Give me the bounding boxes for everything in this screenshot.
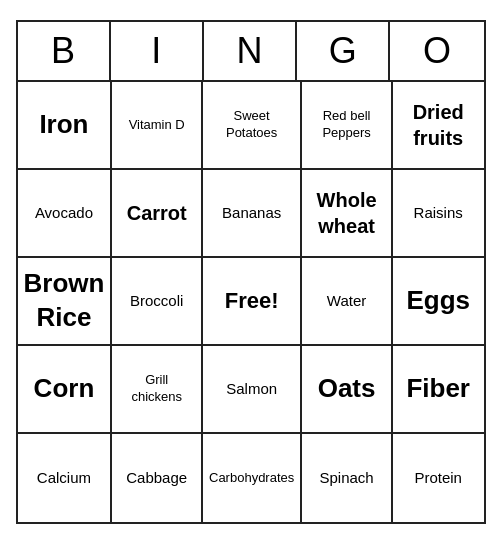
bingo-cell: Carbohydrates <box>203 434 302 522</box>
bingo-cell: Iron <box>18 82 113 170</box>
bingo-cell: Avocado <box>18 170 113 258</box>
header-letter: B <box>18 22 111 80</box>
bingo-cell: Fiber <box>393 346 484 434</box>
header-letter: O <box>390 22 483 80</box>
bingo-grid: IronVitamin DSweet PotatoesRed bell Pepp… <box>18 82 484 522</box>
bingo-cell: Protein <box>393 434 484 522</box>
bingo-cell: Vitamin D <box>112 82 203 170</box>
bingo-cell: Dried fruits <box>393 82 484 170</box>
bingo-cell: Bananas <box>203 170 302 258</box>
bingo-cell: Brown Rice <box>18 258 113 346</box>
bingo-cell: Calcium <box>18 434 113 522</box>
bingo-cell: Free! <box>203 258 302 346</box>
bingo-cell: Cabbage <box>112 434 203 522</box>
bingo-cell: Broccoli <box>112 258 203 346</box>
bingo-cell: Raisins <box>393 170 484 258</box>
bingo-cell: Grill chickens <box>112 346 203 434</box>
bingo-cell: Red bell Peppers <box>302 82 393 170</box>
header-letter: N <box>204 22 297 80</box>
bingo-cell: Sweet Potatoes <box>203 82 302 170</box>
bingo-card: BINGO IronVitamin DSweet PotatoesRed bel… <box>16 20 486 524</box>
bingo-cell: Water <box>302 258 393 346</box>
bingo-header: BINGO <box>18 22 484 82</box>
bingo-cell: Salmon <box>203 346 302 434</box>
bingo-cell: Spinach <box>302 434 393 522</box>
header-letter: I <box>111 22 204 80</box>
header-letter: G <box>297 22 390 80</box>
bingo-cell: Whole wheat <box>302 170 393 258</box>
bingo-cell: Eggs <box>393 258 484 346</box>
bingo-cell: Oats <box>302 346 393 434</box>
bingo-cell: Carrot <box>112 170 203 258</box>
bingo-cell: Corn <box>18 346 113 434</box>
